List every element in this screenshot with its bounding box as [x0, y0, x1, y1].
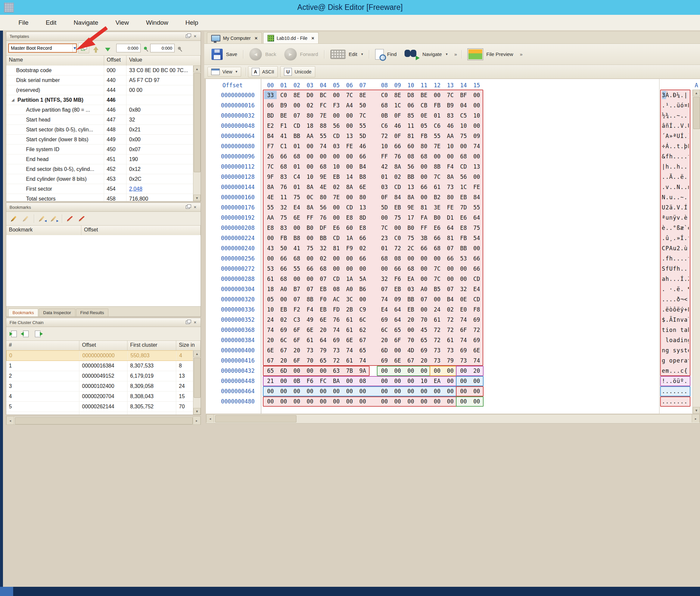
cluster-chain-row[interactable]: 000000000000550,8034 — [6, 351, 193, 361]
hex-byte[interactable]: 67 — [356, 335, 369, 345]
hex-byte[interactable]: 81 — [444, 233, 457, 243]
hex-byte[interactable]: C5 — [457, 111, 470, 121]
hex-byte[interactable]: 73 — [303, 345, 317, 356]
hex-byte[interactable]: 0B — [378, 111, 391, 121]
hex-byte[interactable]: 6F — [290, 356, 303, 366]
hex-byte[interactable]: 75 — [404, 233, 417, 243]
hex-byte[interactable]: 75 — [470, 223, 483, 233]
templates-scrollbar[interactable]: ▲ ▼ — [193, 66, 201, 201]
hex-byte[interactable]: 00 — [330, 203, 343, 213]
toolbar-overflow-button[interactable]: » — [452, 51, 459, 57]
hex-byte[interactable]: F7 — [264, 141, 277, 152]
hex-byte[interactable]: F9 — [343, 243, 356, 254]
template-selector-combo[interactable]: ▼ — [8, 44, 77, 53]
hex-byte[interactable]: 8A — [404, 192, 417, 203]
hex-byte[interactable]: 00 — [317, 386, 330, 396]
hex-byte[interactable]: BB — [404, 172, 417, 182]
close-panel-button[interactable]: × — [192, 33, 199, 40]
hex-byte[interactable]: FF — [417, 223, 430, 233]
hex-byte[interactable]: 62 — [356, 325, 369, 335]
unicode-button[interactable]: U Unicode — [280, 66, 315, 77]
hex-byte[interactable]: 11 — [277, 192, 290, 203]
hex-byte[interactable]: 10 — [470, 111, 483, 121]
hex-byte[interactable]: 41 — [290, 243, 303, 254]
hex-byte[interactable]: 7C — [430, 274, 444, 284]
hex-byte[interactable]: F2 — [290, 305, 303, 315]
hex-horizontal-scrollbar[interactable]: ◂ ▸ — [206, 414, 700, 423]
hex-byte[interactable]: 23 — [378, 233, 391, 243]
hex-ascii[interactable]: 3À.Ð¼.|.À.Ø¾.|¿. — [662, 90, 689, 100]
hex-byte[interactable]: 75 — [391, 213, 404, 223]
hex-byte[interactable]: 6F — [391, 335, 404, 345]
hex-byte[interactable]: 5D — [356, 131, 369, 141]
hex-byte[interactable]: 55 — [470, 203, 483, 213]
template-field-row[interactable]: File system ID4500x07 — [6, 145, 193, 154]
hex-byte[interactable]: 0C — [303, 192, 317, 203]
dropdown-chevron-icon[interactable]: ▾ — [361, 52, 363, 56]
hex-byte[interactable]: 00 — [277, 396, 290, 407]
menu-item-view[interactable]: View — [107, 17, 138, 29]
hex-byte[interactable]: 24 — [430, 305, 444, 315]
hex-byte[interactable]: 00 — [444, 366, 457, 376]
tab-bookmarks[interactable]: Bookmarks — [8, 309, 38, 316]
hex-byte[interactable]: 6C — [356, 315, 369, 325]
hex-byte[interactable]: 00 — [378, 376, 391, 386]
hex-byte[interactable]: AA — [303, 131, 317, 141]
hex-byte[interactable]: 00 — [317, 396, 330, 407]
hex-byte[interactable]: 72 — [430, 335, 444, 345]
hex-byte[interactable]: 18 — [264, 284, 277, 294]
hex-byte[interactable]: 07 — [290, 294, 303, 305]
hex-byte[interactable]: 8A — [343, 182, 356, 192]
hex-byte[interactable]: 60 — [404, 141, 417, 152]
hex-byte[interactable]: A0 — [343, 284, 356, 294]
hex-byte[interactable]: 83 — [277, 223, 290, 233]
hex-byte[interactable]: 74 — [378, 294, 391, 305]
hex-byte[interactable]: 00 — [290, 100, 303, 111]
hex-byte[interactable]: 00 — [430, 366, 444, 376]
hex-byte[interactable]: 10 — [444, 141, 457, 152]
hex-byte[interactable]: 41 — [277, 131, 290, 141]
hex-byte[interactable]: 79 — [317, 345, 330, 356]
hex-byte[interactable]: BB — [404, 294, 417, 305]
hex-byte[interactable]: FF — [303, 213, 317, 223]
hex-byte[interactable]: 00 — [404, 396, 417, 407]
hex-byte[interactable]: 80 — [303, 111, 317, 121]
hex-byte[interactable]: 80 — [317, 192, 330, 203]
hex-byte[interactable]: 00 — [470, 243, 483, 254]
hex-byte[interactable]: 79 — [444, 356, 457, 366]
hex-byte[interactable]: AA — [444, 131, 457, 141]
hex-byte[interactable]: 00 — [470, 100, 483, 111]
hex-byte[interactable]: F1 — [277, 121, 290, 131]
hex-byte[interactable]: 9E — [404, 203, 417, 213]
hex-byte[interactable]: 00 — [330, 111, 343, 121]
view-button[interactable]: View ▾ — [207, 67, 241, 77]
hex-byte[interactable]: 61 — [343, 356, 356, 366]
hex-byte[interactable]: 4E — [317, 182, 330, 192]
hex-byte[interactable]: 7E — [430, 141, 444, 152]
hex-byte[interactable]: 1C — [391, 100, 404, 111]
hex-byte[interactable]: F0 — [317, 294, 330, 305]
hex-byte[interactable]: 00 — [343, 162, 356, 172]
hex-byte[interactable]: 07 — [444, 284, 457, 294]
hex-byte[interactable]: 00 — [417, 274, 430, 284]
hex-byte[interactable]: 61 — [343, 315, 356, 325]
hex-byte[interactable]: 02 — [317, 254, 330, 264]
hex-byte[interactable]: 80 — [356, 192, 369, 203]
hex-byte[interactable]: 61 — [444, 335, 457, 345]
hex-byte[interactable]: 00 — [277, 376, 290, 386]
hex-byte[interactable]: 24 — [264, 315, 277, 325]
hex-byte[interactable]: 68 — [277, 162, 290, 172]
template-field-row[interactable]: Start head44732 — [6, 115, 193, 125]
hex-byte[interactable]: BC — [317, 90, 330, 100]
hex-byte[interactable]: 55 — [356, 121, 369, 131]
hex-ascii[interactable]: ah...Í.Z2öê.|..Í — [662, 274, 689, 284]
hex-byte[interactable]: 67 — [404, 356, 417, 366]
hex-byte[interactable]: 65 — [264, 366, 277, 376]
menu-item-help[interactable]: Help — [177, 17, 207, 29]
hex-byte[interactable]: 20 — [264, 335, 277, 345]
hex-byte[interactable]: 03 — [404, 284, 417, 294]
hex-byte[interactable]: 00 — [444, 274, 457, 284]
hex-byte[interactable]: 63 — [330, 366, 343, 376]
previous-cluster-button[interactable] — [20, 329, 31, 339]
hex-ascii[interactable]: $.ÃInvalid parti — [662, 315, 689, 325]
